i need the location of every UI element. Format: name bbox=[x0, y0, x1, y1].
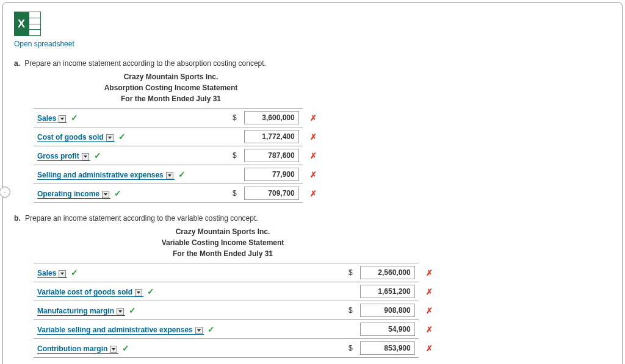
check-icon: ✓ bbox=[114, 188, 121, 198]
mark-cell: ✗ bbox=[419, 339, 436, 358]
prompt-b-text: Prepare an income statement according to… bbox=[25, 214, 258, 223]
value-cell: 787,600 bbox=[240, 146, 303, 165]
account-dropdown[interactable]: Variable selling and administrative expe… bbox=[37, 326, 204, 335]
account-dropdown[interactable]: Contribution margin bbox=[37, 344, 118, 354]
mark-cell: ✗ bbox=[303, 146, 320, 165]
row-label-cell: Cost of goods sold✓ bbox=[34, 127, 229, 146]
table-row: Sales✓$3,600,000✗ bbox=[34, 109, 320, 127]
amount-input[interactable]: 1,651,200 bbox=[360, 285, 415, 298]
excel-icon: X bbox=[14, 12, 41, 36]
currency-symbol: $ bbox=[345, 339, 356, 358]
excel-letter: X bbox=[14, 12, 29, 36]
account-dropdown[interactable]: Sales bbox=[37, 269, 67, 278]
chevron-down-icon bbox=[82, 153, 89, 160]
table-row: Selling and administrative expenses✓77,9… bbox=[34, 165, 320, 184]
cross-icon: ✗ bbox=[426, 306, 433, 315]
currency-symbol: $ bbox=[229, 184, 240, 203]
mark-cell: ✗ bbox=[303, 127, 320, 146]
row-label-cell: Selling and administrative expenses✓ bbox=[34, 165, 229, 184]
statement-b-title: Variable Costing Income Statement bbox=[34, 237, 412, 248]
mark-cell: ✗ bbox=[419, 263, 436, 282]
account-dropdown[interactable]: Selling and administrative expenses bbox=[37, 171, 175, 180]
company-name: Crazy Mountain Sports Inc. bbox=[34, 226, 412, 237]
excel-grid-icon bbox=[29, 12, 41, 36]
statement-a-period: For the Month Ended July 31 bbox=[34, 93, 308, 104]
value-cell: 1,651,200 bbox=[356, 282, 419, 301]
currency-symbol bbox=[345, 282, 356, 301]
open-spreadsheet-link[interactable]: Open spreadsheet bbox=[14, 40, 611, 48]
statement-b-period: For the Month Ended July 31 bbox=[34, 248, 412, 259]
statement-a-title: Absorption Costing Income Statement bbox=[34, 82, 308, 93]
prompt-b: b. Prepare an income statement according… bbox=[14, 214, 611, 223]
check-icon: ✓ bbox=[208, 324, 215, 334]
amount-input[interactable]: 709,700 bbox=[244, 187, 299, 200]
statement-b-table: Sales✓$2,560,000✗Variable cost of goods … bbox=[34, 263, 436, 358]
table-row: Cost of goods sold✓1,772,400✗ bbox=[34, 127, 320, 146]
check-icon: ✓ bbox=[122, 343, 129, 353]
cross-icon: ✗ bbox=[310, 151, 317, 160]
cross-icon: ✗ bbox=[426, 268, 433, 277]
table-row: Variable selling and administrative expe… bbox=[34, 320, 436, 339]
table-row: Variable cost of goods sold✓1,651,200✗ bbox=[34, 282, 436, 301]
account-dropdown[interactable]: Gross profit bbox=[37, 152, 90, 161]
chevron-down-icon bbox=[59, 270, 66, 277]
mark-cell: ✗ bbox=[419, 282, 436, 301]
value-cell: 709,700 bbox=[240, 184, 303, 203]
currency-symbol: $ bbox=[345, 301, 356, 320]
value-cell: 77,900 bbox=[240, 165, 303, 184]
company-name: Crazy Mountain Sports Inc. bbox=[34, 71, 308, 82]
check-icon: ✓ bbox=[147, 287, 154, 296]
account-dropdown[interactable]: Cost of goods sold bbox=[37, 133, 115, 142]
left-margin-bubble: · bbox=[0, 187, 10, 198]
value-cell: 2,560,000 bbox=[356, 263, 419, 282]
row-label-cell: Manufacturing margin✓ bbox=[34, 301, 345, 320]
account-dropdown[interactable]: Sales bbox=[37, 114, 67, 123]
value-cell: 853,900 bbox=[356, 339, 419, 358]
amount-input[interactable]: 54,900 bbox=[360, 323, 415, 336]
prompt-a-letter: a. bbox=[14, 59, 20, 68]
statement-a-table: Sales✓$3,600,000✗Cost of goods sold✓1,77… bbox=[34, 108, 320, 203]
value-cell: 3,600,000 bbox=[240, 109, 303, 127]
amount-input[interactable]: 1,772,400 bbox=[244, 130, 299, 143]
value-cell: 54,900 bbox=[356, 320, 419, 339]
amount-input[interactable]: 2,560,000 bbox=[360, 266, 415, 279]
amount-input[interactable]: 787,600 bbox=[244, 149, 299, 162]
amount-input[interactable]: 3,600,000 bbox=[244, 111, 299, 124]
mark-cell: ✗ bbox=[303, 165, 320, 184]
account-dropdown[interactable]: Operating income bbox=[37, 190, 110, 199]
amount-input[interactable]: 908,800 bbox=[360, 304, 415, 317]
check-icon: ✓ bbox=[178, 170, 186, 179]
value-cell: 1,772,400 bbox=[240, 127, 303, 146]
account-dropdown[interactable]: Variable cost of goods sold bbox=[37, 288, 143, 297]
chevron-down-icon bbox=[117, 308, 124, 315]
chevron-down-icon bbox=[106, 134, 114, 141]
cross-icon: ✗ bbox=[426, 325, 433, 334]
mark-cell: ✗ bbox=[419, 320, 436, 339]
table-row: Contribution margin✓$853,900✗ bbox=[34, 339, 436, 358]
table-row: Operating income✓$709,700✗ bbox=[34, 184, 320, 203]
statement-b-heading: Crazy Mountain Sports Inc. Variable Cost… bbox=[34, 226, 412, 259]
prompt-b-letter: b. bbox=[14, 214, 21, 223]
cross-icon: ✗ bbox=[310, 113, 317, 123]
check-icon: ✓ bbox=[129, 305, 136, 315]
amount-input[interactable]: 77,900 bbox=[244, 168, 299, 181]
table-row: Manufacturing margin✓$908,800✗ bbox=[34, 301, 436, 320]
chevron-down-icon bbox=[59, 115, 66, 123]
cross-icon: ✗ bbox=[310, 170, 317, 179]
cross-icon: ✗ bbox=[310, 132, 317, 141]
value-cell: 908,800 bbox=[356, 301, 419, 320]
mark-cell: ✗ bbox=[303, 109, 320, 127]
amount-input[interactable]: 853,900 bbox=[360, 341, 415, 355]
prompt-a-text: Prepare an income statement according to… bbox=[24, 59, 266, 68]
mark-cell: ✗ bbox=[303, 184, 320, 203]
cross-icon: ✗ bbox=[426, 344, 433, 353]
check-icon: ✓ bbox=[71, 113, 78, 123]
document-page: · X Open spreadsheet a. Prepare an incom… bbox=[2, 2, 623, 364]
currency-symbol: $ bbox=[229, 109, 240, 127]
check-icon: ✓ bbox=[118, 132, 126, 141]
prompt-a: a. Prepare an income statement according… bbox=[14, 59, 611, 68]
row-label-cell: Variable cost of goods sold✓ bbox=[34, 282, 345, 301]
chevron-down-icon bbox=[110, 346, 117, 353]
row-label-cell: Contribution margin✓ bbox=[34, 339, 345, 358]
account-dropdown[interactable]: Manufacturing margin bbox=[37, 307, 125, 316]
